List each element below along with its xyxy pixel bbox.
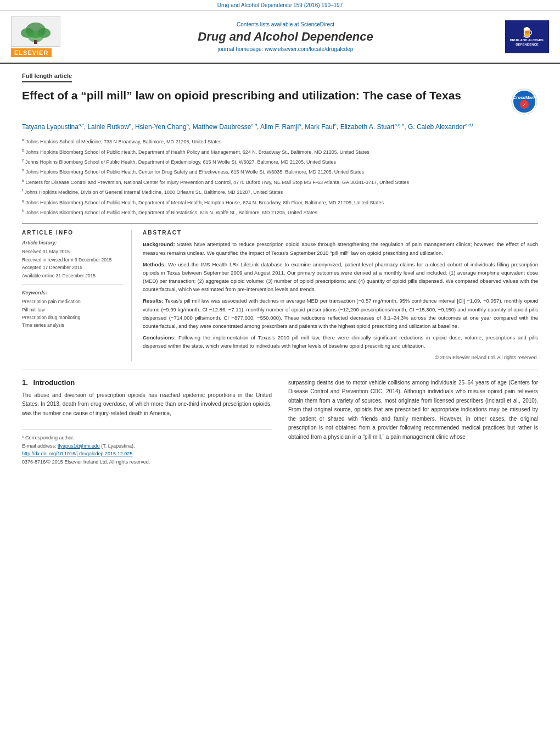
article-info-column: ARTICLE INFO Article history: Received 3… (22, 230, 132, 361)
sciencedirect-brand[interactable]: ScienceDirect (300, 21, 334, 27)
email-link[interactable]: tlyapus1@jhmi.edu (58, 443, 100, 449)
section-heading: 1. Introduction (22, 378, 272, 387)
section-number: 1. (22, 378, 28, 387)
abstract-conclusions: Conclusions: Following the implementatio… (143, 333, 538, 350)
doi-line: http://dx.doi.org/10.1016/j.drugalcdep.2… (22, 450, 272, 458)
keyword-2: Pill mill law (22, 306, 123, 314)
copyright: © 2015 Elsevier Ireland Ltd. All rights … (143, 354, 538, 361)
elsevier-tree-icon (11, 16, 60, 47)
affiliation-h: h Johns Hopkins Bloomberg School of Publ… (22, 208, 538, 216)
journal-title: Drug and Alcohol Dependence (77, 30, 494, 44)
abstract-text: Background: States have attempted to red… (143, 240, 538, 361)
affiliation-c: c Johns Hopkins Bloomberg School of Publ… (22, 157, 538, 166)
keyword-4: Time series analysis (22, 321, 123, 329)
journal-title-area: Contents lists available at ScienceDirec… (77, 21, 494, 52)
top-bar: Drug and Alcohol Dependence 159 (2016) 1… (0, 0, 560, 11)
introduction-section: 1. Introduction The abuse and diversion … (22, 378, 538, 466)
journal-homepage: journal homepage: www.elsevier.com/locat… (77, 46, 494, 52)
introduction-left: 1. Introduction The abuse and diversion … (22, 378, 272, 466)
sciencedirect-link: Contents lists available at ScienceDirec… (77, 21, 494, 27)
article-history-label: Article history: (22, 240, 123, 246)
section-divider (22, 370, 538, 370)
author-3: Hsien-Yen Chang (135, 123, 187, 131)
article-dates: Received 31 May 2015 Received in revised… (22, 248, 123, 284)
affiliation-d: d Johns Hopkins Bloomberg School of Publ… (22, 167, 538, 176)
accepted-date: Accepted 17 December 2015 (22, 264, 123, 271)
article-title: Effect of a “pill mill” law on opioid pr… (22, 88, 502, 103)
keywords-list: Prescription pain medication Pill mill l… (22, 298, 123, 330)
crossmark-badge: CrossMark ✓ (511, 88, 538, 115)
abstract-column: ABSTRACT Background: States have attempt… (143, 230, 538, 361)
svg-text:CrossMark: CrossMark (513, 95, 536, 100)
keyword-1: Prescription pain medication (22, 298, 123, 305)
doi-link[interactable]: http://dx.doi.org/10.1016/j.drugalcdep.2… (22, 451, 132, 456)
keywords-label: Keywords: (22, 290, 123, 295)
homepage-link[interactable]: www.elsevier.com/locate/drugalcdep (265, 46, 353, 52)
affiliation-g: g Johns Hopkins Bloomberg School of Publ… (22, 198, 538, 207)
article-info-heading: ARTICLE INFO (22, 230, 123, 236)
keywords-section: Keywords: Prescription pain medication P… (22, 290, 123, 330)
journal-logo: 🍺 DRUG AND ALCOHOL DEPENDENCE (494, 20, 549, 53)
author-7: Elizabeth A. Stuart (340, 123, 395, 131)
footer-notes: * Corresponding author. E-mail address: … (22, 429, 272, 466)
section-title: Introduction (33, 378, 75, 387)
abstract-results: Results: Texas's pill mill law was assoc… (143, 297, 538, 330)
revised-date: Received in revised form 9 December 2015 (22, 256, 123, 264)
affiliation-a: a Johns Hopkins School of Medicine, 733 … (22, 137, 538, 146)
introduction-text-right: surpassing deaths due to motor vehicle c… (288, 378, 538, 442)
title-area: Effect of a “pill mill” law on opioid pr… (22, 88, 538, 115)
available-date: Available online 31 December 2015 (22, 272, 123, 280)
author-5: Alim F. Ramji (260, 123, 299, 131)
footnote-star: * Corresponding author. (22, 434, 272, 442)
elsevier-label: ELSEVIER (11, 48, 52, 57)
article-container: Full length article Effect of a “pill mi… (0, 64, 560, 474)
author-6: Mark Faul (305, 123, 334, 131)
svg-rect-4 (34, 40, 37, 44)
authors-line: Tatyana Lyapustinaa,*, Lainie Rutkowb, H… (22, 122, 538, 132)
abstract-heading: ABSTRACT (143, 230, 538, 236)
affiliation-e: e Centers for Disease Control and Preven… (22, 177, 538, 186)
introduction-text-left: The abuse and diversion of prescription … (22, 391, 272, 419)
affiliations: a Johns Hopkins School of Medicine, 733 … (22, 137, 538, 216)
author-4: Matthew Daubresse (193, 123, 251, 131)
introduction-right: surpassing deaths due to motor vehicle c… (288, 378, 538, 466)
author-8: G. Caleb Alexander (408, 123, 465, 131)
keyword-3: Prescription drug monitoring (22, 314, 123, 321)
journal-citation: Drug and Alcohol Dependence 159 (2016) 1… (217, 2, 343, 8)
issn-line: 0376-8716/© 2015 Elsevier Ireland Ltd. A… (22, 458, 272, 466)
received-date: Received 31 May 2015 (22, 248, 123, 255)
elsevier-logo: ELSEVIER (11, 16, 77, 57)
info-abstract-section: ARTICLE INFO Article history: Received 3… (22, 223, 538, 361)
affiliation-b: b Johns Hopkins Bloomberg School of Publ… (22, 147, 538, 156)
journal-logo-box: 🍺 DRUG AND ALCOHOL DEPENDENCE (505, 20, 549, 53)
abstract-background: Background: States have attempted to red… (143, 240, 538, 256)
article-type: Full length article (22, 72, 72, 82)
author-2: Lainie Rutkow (87, 123, 128, 131)
svg-text:✓: ✓ (522, 102, 527, 108)
email-note: E-mail address: tlyapus1@jhmi.edu (T. Ly… (22, 442, 272, 450)
affiliation-f: f Johns Hopkins Medicine, Division of Ge… (22, 187, 538, 196)
publisher-logo-area: ELSEVIER (11, 16, 77, 57)
abstract-methods: Methods: We used the IMS Health LRx Life… (143, 260, 538, 294)
journal-header: ELSEVIER Contents lists available at Sci… (0, 11, 560, 64)
author-1: Tatyana Lyapustina (22, 123, 79, 131)
